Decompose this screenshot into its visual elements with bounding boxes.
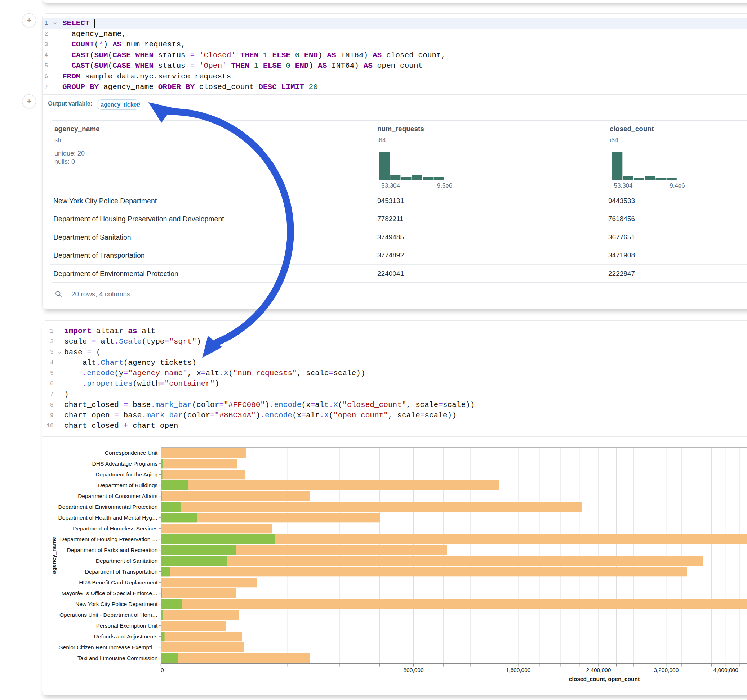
svg-text:Department of Parks and Recrea: Department of Parks and Recreation xyxy=(67,547,158,553)
svg-text:Personal Exemption Unit: Personal Exemption Unit xyxy=(96,623,158,629)
svg-text:DHS Advantage Programs: DHS Advantage Programs xyxy=(92,460,158,467)
svg-text:1,600,000: 1,600,000 xyxy=(506,667,531,673)
svg-text:3,200,000: 3,200,000 xyxy=(654,667,679,673)
svg-text:Department of Housing Preserva: Department of Housing Preservation … xyxy=(60,536,158,542)
svg-text:Senior Citizen Rent Increase E: Senior Citizen Rent Increase Exempti… xyxy=(59,644,157,650)
svg-text:Department of Sanitation: Department of Sanitation xyxy=(96,558,157,564)
svg-text:Taxi and Limousine Commission: Taxi and Limousine Commission xyxy=(77,655,157,661)
svg-text:Department of Homeless Service: Department of Homeless Services xyxy=(73,525,157,531)
svg-text:agency_name: agency_name xyxy=(51,537,57,574)
svg-text:0: 0 xyxy=(161,667,164,673)
svg-text:Department of Environmental Pr: Department of Environmental Protection xyxy=(58,504,158,510)
svg-text:Operations Unit - Department o: Operations Unit - Department of Hom… xyxy=(59,612,157,618)
svg-text:Mayorâ€ s Office of Special E: Mayorâ€ s Office of Special Enforce… xyxy=(62,590,158,596)
svg-text:closed_count, open_count: closed_count, open_count xyxy=(569,676,640,682)
svg-text:800,000: 800,000 xyxy=(403,667,423,673)
svg-text:4,000,000: 4,000,000 xyxy=(714,667,738,673)
svg-text:Department of Health and Menta: Department of Health and Mental Hyg… xyxy=(58,514,158,520)
svg-text:Department of Transportation: Department of Transportation xyxy=(85,569,158,575)
svg-text:Department of Buildings: Department of Buildings xyxy=(98,482,158,488)
svg-text:Correspondence Unit: Correspondence Unit xyxy=(105,450,158,456)
svg-text:Department for the Aging: Department for the Aging xyxy=(95,471,157,477)
svg-text:Department of Consumer Affairs: Department of Consumer Affairs xyxy=(78,493,157,499)
svg-text:HRA Benefit Card Replacement: HRA Benefit Card Replacement xyxy=(79,579,158,585)
svg-text:Refunds and Adjustments: Refunds and Adjustments xyxy=(94,634,158,640)
svg-text:2,400,000: 2,400,000 xyxy=(586,667,611,673)
svg-text:New York City Police Departmen: New York City Police Department xyxy=(75,601,158,607)
